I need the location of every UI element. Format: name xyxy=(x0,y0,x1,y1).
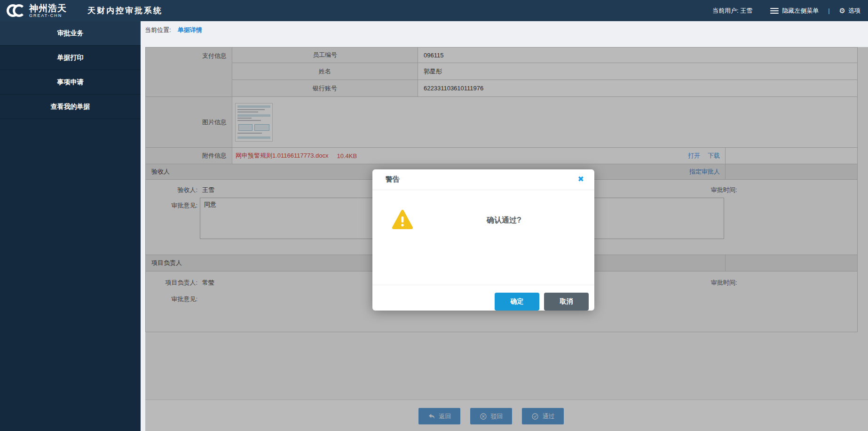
sidebar-item-approval-business[interactable]: 审批业务 xyxy=(0,21,141,46)
dialog-title: 警告 xyxy=(386,175,400,184)
hide-sidebar-toggle[interactable]: 隐藏左侧菜单 xyxy=(770,7,819,15)
breadcrumb-current-page-link[interactable]: 单据详情 xyxy=(178,26,202,34)
app-window: 神州浩天 GREAT-CHN 天财内控审批系统 当前用户: 王雪 隐藏左侧菜单 … xyxy=(0,0,868,431)
options-label: 选项 xyxy=(848,7,860,15)
app-title: 天财内控审批系统 xyxy=(87,5,163,16)
top-nav-bar: 神州浩天 GREAT-CHN 天财内控审批系统 当前用户: 王雪 隐藏左侧菜单 … xyxy=(0,0,868,21)
warning-dialog: 警告 ✖ 确认通过? 确定 取消 xyxy=(372,169,594,311)
sidebar-item-matter-apply[interactable]: 事项申请 xyxy=(0,70,141,95)
sidebar-item-document-print[interactable]: 单据打印 xyxy=(0,46,141,70)
dialog-close-icon[interactable]: ✖ xyxy=(578,176,584,183)
left-sidebar: 审批业务 单据打印 事项申请 查看我的单据 xyxy=(0,21,141,431)
dialog-message: 确认通过? xyxy=(414,209,594,231)
breadcrumb: 当前位置: 单据详情 xyxy=(141,21,868,39)
logo-english-name: GREAT-CHN xyxy=(29,14,67,18)
sidebar-item-view-my-documents[interactable]: 查看我的单据 xyxy=(0,95,141,119)
options-button[interactable]: ⚙ 选项 xyxy=(839,7,860,15)
cancel-button[interactable]: 取消 xyxy=(544,293,589,311)
breadcrumb-location-label: 当前位置: xyxy=(145,26,171,34)
topbar-divider: | xyxy=(828,7,829,14)
company-logo: 神州浩天 GREAT-CHN xyxy=(7,4,67,18)
confirm-button[interactable]: 确定 xyxy=(495,293,539,311)
warning-triangle-icon xyxy=(391,209,414,231)
hide-sidebar-label: 隐藏左侧菜单 xyxy=(782,7,819,15)
gear-icon: ⚙ xyxy=(839,7,845,14)
logo-ring-icon xyxy=(13,4,25,17)
logo-chinese-name: 神州浩天 xyxy=(29,4,67,13)
current-user-label: 当前用户: 王雪 xyxy=(712,7,752,15)
hamburger-icon xyxy=(770,7,779,15)
logo-cc-icon xyxy=(7,4,25,17)
